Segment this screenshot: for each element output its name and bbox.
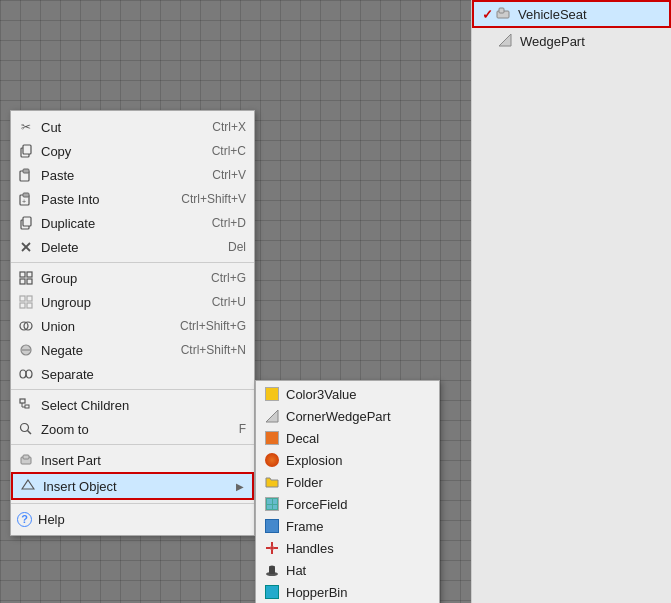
- cut-label: Cut: [41, 120, 202, 135]
- svg-rect-12: [27, 272, 32, 277]
- svg-point-35: [270, 546, 274, 550]
- context-menu: Cut Ctrl+X Copy Ctrl+C Paste Ctrl+V + Pa…: [10, 110, 255, 536]
- menu-item-cut[interactable]: Cut Ctrl+X: [11, 115, 254, 139]
- submenu-item-cornerwedgepart[interactable]: CornerWedgePart: [256, 405, 439, 427]
- svg-rect-15: [20, 296, 25, 301]
- submenu-item-folder[interactable]: Folder: [256, 471, 439, 493]
- svg-rect-54: [499, 8, 504, 13]
- vehicleseat-checkmark: ✓: [482, 7, 493, 22]
- right-panel-item-wedgepart[interactable]: WedgePart: [472, 28, 671, 54]
- ungroup-shortcut: Ctrl+U: [212, 295, 246, 309]
- vehicleseat-label: VehicleSeat: [518, 7, 587, 22]
- decal-label: Decal: [286, 431, 319, 446]
- right-panel-item-vehicleseat[interactable]: ✓ VehicleSeat: [472, 0, 671, 28]
- paste-icon: [17, 166, 35, 184]
- menu-item-zoom-to[interactable]: Zoom to F: [11, 417, 254, 441]
- ungroup-label: Ungroup: [41, 295, 202, 310]
- separator-2: [11, 389, 254, 390]
- help-label: Help: [38, 512, 246, 527]
- submenu-item-handles[interactable]: Handles: [256, 537, 439, 559]
- svg-rect-13: [20, 279, 25, 284]
- menu-item-union[interactable]: Union Ctrl+Shift+G: [11, 314, 254, 338]
- union-label: Union: [41, 319, 170, 334]
- menu-item-ungroup[interactable]: Ungroup Ctrl+U: [11, 290, 254, 314]
- submenu-insert-object: Color3Value CornerWedgePart Decal Explos…: [255, 380, 440, 603]
- hat-icon: [264, 562, 280, 578]
- svg-rect-14: [27, 279, 32, 284]
- help-icon: ?: [17, 512, 32, 527]
- ungroup-icon: [17, 293, 35, 311]
- insert-object-icon: [19, 477, 37, 495]
- menu-item-select-children[interactable]: Select Children: [11, 393, 254, 417]
- handles-icon: [264, 540, 280, 556]
- handles-label: Handles: [286, 541, 334, 556]
- menu-item-negate[interactable]: Negate Ctrl+Shift+N: [11, 338, 254, 362]
- submenu-item-hopperbin[interactable]: HopperBin: [256, 581, 439, 603]
- menu-item-insert-part[interactable]: Insert Part: [11, 448, 254, 472]
- cornerwedgepart-label: CornerWedgePart: [286, 409, 391, 424]
- menu-item-group[interactable]: Group Ctrl+G: [11, 266, 254, 290]
- union-shortcut: Ctrl+Shift+G: [180, 319, 246, 333]
- svg-rect-11: [20, 272, 25, 277]
- wedgepart-label: WedgePart: [520, 34, 585, 49]
- hopperbin-label: HopperBin: [286, 585, 347, 600]
- menu-item-delete[interactable]: Delete Del: [11, 235, 254, 259]
- copy-shortcut: Ctrl+C: [212, 144, 246, 158]
- separator-4: [11, 503, 254, 504]
- select-children-icon: [17, 396, 35, 414]
- group-shortcut: Ctrl+G: [211, 271, 246, 285]
- svg-line-30: [28, 431, 32, 435]
- separate-label: Separate: [41, 367, 246, 382]
- paste-label: Paste: [41, 168, 202, 183]
- cornerwedgepart-icon: [264, 408, 280, 424]
- menu-item-separate[interactable]: Separate: [11, 362, 254, 386]
- submenu-item-color3value[interactable]: Color3Value: [256, 383, 439, 405]
- frame-icon: [264, 518, 280, 534]
- submenu-item-explosion[interactable]: Explosion: [256, 449, 439, 471]
- svg-rect-17: [20, 303, 25, 308]
- svg-rect-1: [23, 145, 31, 154]
- submenu-arrow: ▶: [236, 481, 244, 492]
- group-icon: [17, 269, 35, 287]
- color3value-label: Color3Value: [286, 387, 357, 402]
- group-label: Group: [41, 271, 201, 286]
- explosion-label: Explosion: [286, 453, 342, 468]
- svg-marker-33: [22, 480, 34, 489]
- svg-marker-55: [499, 34, 511, 46]
- menu-item-paste[interactable]: Paste Ctrl+V: [11, 163, 254, 187]
- scissors-icon: [17, 118, 35, 136]
- submenu-item-decal[interactable]: Decal: [256, 427, 439, 449]
- menu-item-copy[interactable]: Copy Ctrl+C: [11, 139, 254, 163]
- svg-rect-5: [23, 193, 29, 197]
- svg-point-42: [269, 566, 275, 569]
- insert-part-label: Insert Part: [41, 453, 246, 468]
- svg-rect-3: [23, 169, 29, 173]
- vehicleseat-icon: [496, 6, 512, 22]
- menu-item-duplicate[interactable]: Duplicate Ctrl+D: [11, 211, 254, 235]
- submenu-item-frame[interactable]: Frame: [256, 515, 439, 537]
- duplicate-label: Duplicate: [41, 216, 202, 231]
- svg-rect-25: [20, 399, 25, 403]
- menu-item-paste-into[interactable]: + Paste Into Ctrl+Shift+V: [11, 187, 254, 211]
- menu-item-insert-object[interactable]: Insert Object ▶: [11, 472, 254, 500]
- zoom-to-shortcut: F: [239, 422, 246, 436]
- insert-object-label: Insert Object: [43, 479, 236, 494]
- copy-label: Copy: [41, 144, 202, 159]
- svg-point-23: [20, 370, 26, 378]
- svg-rect-28: [25, 405, 29, 408]
- zoom-to-icon: [17, 420, 35, 438]
- color3value-icon: [264, 386, 280, 402]
- paste-into-shortcut: Ctrl+Shift+V: [181, 192, 246, 206]
- menu-item-help[interactable]: ? Help: [11, 507, 254, 531]
- submenu-item-forcefield[interactable]: ForceField: [256, 493, 439, 515]
- wedgepart-icon: [498, 33, 514, 49]
- negate-shortcut: Ctrl+Shift+N: [181, 343, 246, 357]
- select-children-label: Select Children: [41, 398, 246, 413]
- decal-icon: [264, 430, 280, 446]
- negate-icon: [17, 341, 35, 359]
- negate-label: Negate: [41, 343, 171, 358]
- svg-rect-16: [27, 296, 32, 301]
- delete-icon: [17, 238, 35, 256]
- frame-label: Frame: [286, 519, 324, 534]
- submenu-item-hat[interactable]: Hat: [256, 559, 439, 581]
